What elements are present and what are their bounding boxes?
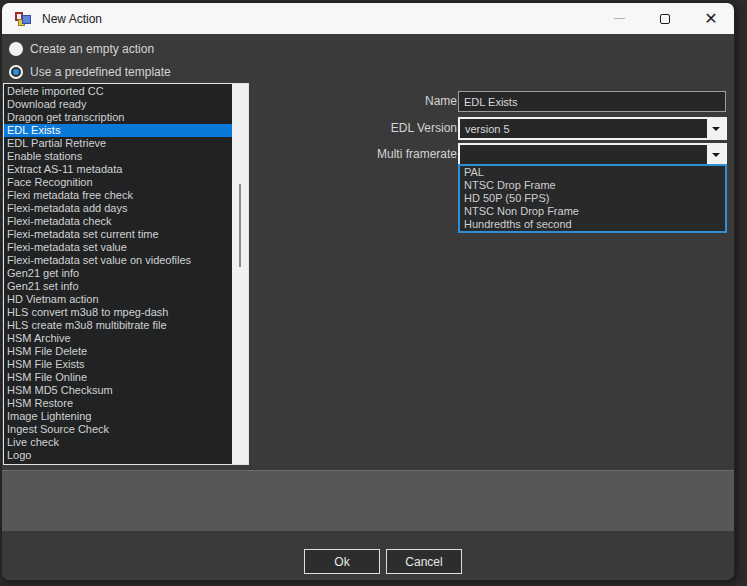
list-item[interactable]: Face Recognition [4, 176, 232, 189]
edl-version-value: version 5 [465, 121, 703, 137]
radio-use-predefined-template[interactable]: Use a predefined template [9, 64, 171, 80]
list-item[interactable]: Flexi-metadata check [4, 215, 232, 228]
scrollbar-thumb[interactable] [239, 184, 241, 267]
list-item[interactable]: Dragon get transcription [4, 111, 232, 124]
list-item[interactable]: Gen21 get info [4, 267, 232, 280]
list-item[interactable]: Download ready [4, 98, 232, 111]
dropdown-option[interactable]: NTSC Drop Frame [460, 179, 725, 192]
template-description-panel [2, 470, 734, 531]
template-list: Delete imported CCDownload readyDragon g… [4, 85, 232, 464]
list-item[interactable]: HSM File Online [4, 371, 232, 384]
maximize-icon[interactable] [642, 3, 688, 34]
chevron-down-icon [712, 127, 720, 131]
cancel-button[interactable]: Cancel [386, 549, 462, 574]
radio-circle-icon [9, 42, 23, 56]
window-title: New Action [42, 12, 102, 26]
edl-version-dropdown-button[interactable] [707, 119, 725, 138]
chevron-down-icon [712, 153, 720, 157]
list-item[interactable]: Logo [4, 449, 232, 462]
list-item[interactable]: HSM MD5 Checksum [4, 384, 232, 397]
list-item[interactable]: Gen21 set info [4, 280, 232, 293]
radio-circle-icon [9, 65, 23, 79]
list-item[interactable]: Flexi-metadata set value on videofiles [4, 254, 232, 267]
dropdown-option[interactable]: HD 50P (50 FPS) [460, 192, 725, 205]
multi-framerate-dropdown-button[interactable] [707, 145, 725, 164]
template-listbox: Delete imported CCDownload readyDragon g… [3, 83, 249, 465]
dropdown-option[interactable]: NTSC Non Drop Frame [460, 205, 725, 218]
list-scrollbar[interactable] [232, 84, 248, 464]
list-item[interactable]: HSM Archive [4, 332, 232, 345]
list-item[interactable]: Live check [4, 436, 232, 449]
new-action-dialog: New Action ✕ Create an empty action Use … [1, 2, 735, 581]
list-item[interactable]: HSM File Delete [4, 345, 232, 358]
ok-button[interactable]: Ok [304, 549, 380, 574]
list-item[interactable]: Image Lightening [4, 410, 232, 423]
list-item[interactable]: HLS convert m3u8 to mpeg-dash [4, 306, 232, 319]
list-item[interactable]: HD Vietnam action [4, 293, 232, 306]
dropdown-option[interactable]: Hundredths of second [460, 218, 725, 231]
edl-version-label: EDL Version [327, 121, 457, 135]
list-item[interactable]: EDL Exists [4, 124, 232, 137]
multi-framerate-dropdown-list: PALNTSC Drop FrameHD 50P (50 FPS)NTSC No… [458, 164, 727, 233]
list-item[interactable]: Delete imported CC [4, 85, 232, 98]
radio-label: Use a predefined template [30, 65, 171, 79]
list-item[interactable]: Flexi-metadata add days [4, 202, 232, 215]
list-item[interactable]: Ingest Source Check [4, 423, 232, 436]
edl-version-combo[interactable]: version 5 [458, 117, 727, 140]
app-icon [15, 11, 31, 27]
close-icon[interactable]: ✕ [688, 3, 734, 34]
list-item[interactable]: HSM File Exists [4, 358, 232, 371]
multi-framerate-combo[interactable] [458, 143, 727, 166]
name-input[interactable] [458, 91, 726, 112]
title-bar: New Action ✕ [2, 3, 734, 34]
list-item[interactable]: Flexi-metadata set current time [4, 228, 232, 241]
radio-create-empty-action[interactable]: Create an empty action [9, 41, 154, 57]
list-item[interactable]: EDL Partial Retrieve [4, 137, 232, 150]
list-item[interactable]: HLS create m3u8 multibitrate file [4, 319, 232, 332]
list-item[interactable]: Flexi-metadata set value [4, 241, 232, 254]
list-item[interactable]: Enable stations [4, 150, 232, 163]
list-item[interactable]: Flexi metadata free check [4, 189, 232, 202]
list-item[interactable]: HSM Restore [4, 397, 232, 410]
multi-framerate-label: Multi framerate [327, 147, 457, 161]
name-label: Name [327, 94, 457, 108]
list-item[interactable]: Extract AS-11 metadata [4, 163, 232, 176]
dropdown-option[interactable]: PAL [460, 166, 725, 179]
minimize-icon[interactable] [596, 3, 642, 34]
radio-label: Create an empty action [30, 42, 154, 56]
